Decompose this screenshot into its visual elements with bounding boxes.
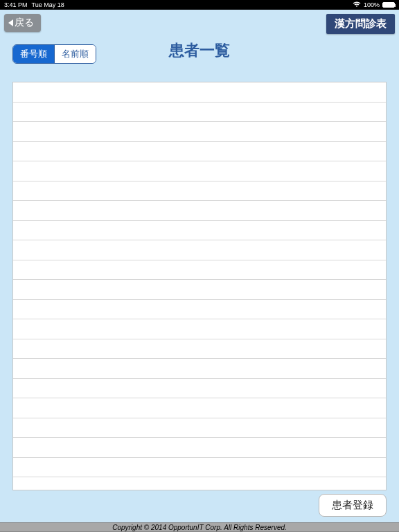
list-item[interactable] <box>13 103 386 123</box>
list-item[interactable] <box>13 319 386 339</box>
list-item[interactable] <box>13 379 386 399</box>
list-item[interactable] <box>13 438 386 458</box>
page-title: 患者一覧 <box>169 40 230 61</box>
list-item[interactable] <box>13 82 386 103</box>
back-button[interactable]: 戻る <box>4 14 41 32</box>
list-item[interactable] <box>13 161 386 181</box>
list-item[interactable] <box>13 280 386 300</box>
sort-by-number-button[interactable]: 番号順 <box>13 45 55 63</box>
back-button-label: 戻る <box>15 17 34 29</box>
app-title-label: 漢方問診表 <box>335 17 387 29</box>
list-item[interactable] <box>13 359 386 379</box>
heading-row: 患者一覧 番号順 名前順 <box>0 36 399 64</box>
app-title-button[interactable]: 漢方問診表 <box>326 14 395 34</box>
battery-icon <box>382 2 395 8</box>
wifi-icon <box>353 1 361 9</box>
back-arrow-icon <box>8 19 13 26</box>
list-item[interactable] <box>13 201 386 221</box>
status-bar: 3:41 PM Tue May 18 100% <box>0 0 399 10</box>
list-item[interactable] <box>13 221 386 241</box>
list-item[interactable] <box>13 300 386 320</box>
list-item[interactable] <box>13 142 386 162</box>
list-item[interactable] <box>13 339 386 360</box>
sort-by-name-button[interactable]: 名前順 <box>55 45 96 63</box>
top-bar: 戻る 漢方問診表 <box>0 10 399 36</box>
sort-segmented-control: 番号順 名前順 <box>12 44 96 64</box>
list-item[interactable] <box>13 181 386 202</box>
list-item[interactable] <box>13 260 386 281</box>
list-item[interactable] <box>13 398 386 418</box>
app-area: 戻る 漢方問診表 患者一覧 番号順 名前順 患者登録 <box>0 10 399 522</box>
list-item[interactable] <box>13 458 386 478</box>
battery-percent: 100% <box>364 1 380 8</box>
register-patient-button[interactable]: 患者登録 <box>319 494 387 517</box>
patient-list[interactable] <box>12 82 387 490</box>
list-item[interactable] <box>13 418 386 438</box>
list-item[interactable] <box>13 240 386 260</box>
list-item[interactable] <box>13 122 386 142</box>
status-date: Tue May 18 <box>32 1 64 8</box>
footer: Copyright © 2014 OpportunIT Corp. All Ri… <box>0 522 399 532</box>
status-time: 3:41 PM <box>4 1 28 8</box>
